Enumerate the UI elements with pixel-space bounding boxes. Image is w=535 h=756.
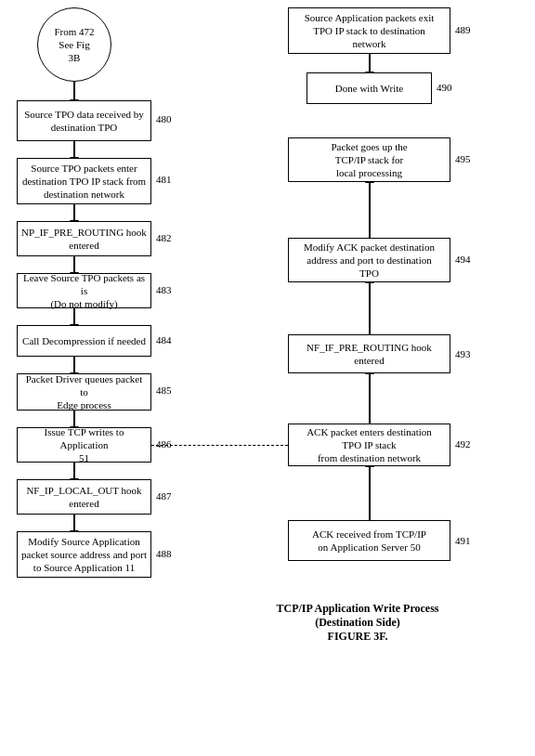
arrow-494-495 [369,182,371,238]
box-487-label: NF_IP_LOCAL_OUT hook entered [26,484,141,511]
step-482: 482 [156,232,172,243]
box-492: ACK packet enters destination TPO IP sta… [288,424,450,466]
caption-line1: TCP/IP Application Write Process [251,602,464,616]
caption-line2: (Destination Side) [251,616,464,630]
arrow-489-490 [369,54,371,72]
arrow-486-487 [73,463,75,479]
step-491: 491 [455,535,471,546]
step-488: 488 [156,548,172,559]
box-481-label: Source TPO packets enter destination TPO… [22,162,146,202]
figure-caption: TCP/IP Application Write Process (Destin… [251,602,464,644]
box-493-label: NF_IF_PRE_ROUTING hook entered [307,341,432,368]
arrow-487-488 [73,515,75,531]
start-node-label: From 472 See Fig 3B [54,25,94,65]
box-483-label: Leave Source TPO packets as is (Do not m… [21,271,147,311]
box-484-label: Call Decompression if needed [22,334,146,347]
arrow-480-481 [73,141,75,158]
box-489-label: Source Application packets exit TPO IP s… [305,11,435,51]
box-495: Packet goes up the TCP/IP stack for loca… [288,137,450,182]
step-480: 480 [156,113,172,124]
box-493: NF_IF_PRE_ROUTING hook entered [288,334,450,373]
step-492: 492 [455,438,471,450]
step-494: 494 [455,254,471,265]
arrow-483-484 [73,308,75,325]
step-495: 495 [455,153,471,164]
step-481: 481 [156,174,172,185]
box-481: Source TPO packets enter destination TPO… [17,158,151,204]
start-node: From 472 See Fig 3B [37,7,111,82]
step-483: 483 [156,284,172,295]
box-489: Source Application packets exit TPO IP s… [288,7,450,54]
arrow-481-482 [73,204,75,221]
box-492-label: ACK packet enters destination TPO IP sta… [307,425,432,465]
box-490-label: Done with Write [335,82,403,95]
box-485-label: Packet Driver queues packet to Edge proc… [21,372,147,412]
box-495-label: Packet goes up the TCP/IP stack for loca… [331,140,407,180]
box-482: NP_IF_PRE_ROUTING hook entered [17,221,151,256]
box-491: ACK received from TCP/IP on Application … [288,520,450,561]
arrow-484-485 [73,357,75,373]
box-483: Leave Source TPO packets as is (Do not m… [17,273,151,308]
box-488-label: Modify Source Application packet source … [21,535,147,575]
box-491-label: ACK received from TCP/IP on Application … [312,528,426,554]
box-484: Call Decompression if needed [17,325,151,357]
step-485: 485 [156,385,172,396]
box-480: Source TPO data received by destination … [17,100,151,141]
step-484: 484 [156,334,172,345]
box-490: Done with Write [307,72,432,104]
dashed-connector-486-491 [151,445,288,446]
caption-line3: FIGURE 3F. [251,630,464,644]
arrow-493-494 [369,282,371,334]
box-486-label: Issue TCP writes to Application 51 [21,425,147,465]
diagram-container: From 472 See Fig 3B Source TPO data rece… [0,0,535,756]
box-482-label: NP_IF_PRE_ROUTING hook entered [21,226,147,253]
arrow-start-480 [73,82,75,100]
arrow-492-493 [369,373,371,424]
step-489: 489 [455,24,471,35]
step-487: 487 [156,490,172,502]
box-494: Modify ACK packet destination address an… [288,238,450,282]
box-480-label: Source TPO data received by destination … [24,108,144,135]
box-485: Packet Driver queues packet to Edge proc… [17,373,151,411]
box-487: NF_IP_LOCAL_OUT hook entered [17,479,151,515]
step-486: 486 [156,438,172,450]
box-494-label: Modify ACK packet destination address an… [304,241,435,280]
arrow-491-492 [369,466,371,520]
box-488: Modify Source Application packet source … [17,531,151,578]
step-493: 493 [455,348,471,359]
step-490: 490 [437,82,452,93]
box-486: Issue TCP writes to Application 51 [17,427,151,463]
